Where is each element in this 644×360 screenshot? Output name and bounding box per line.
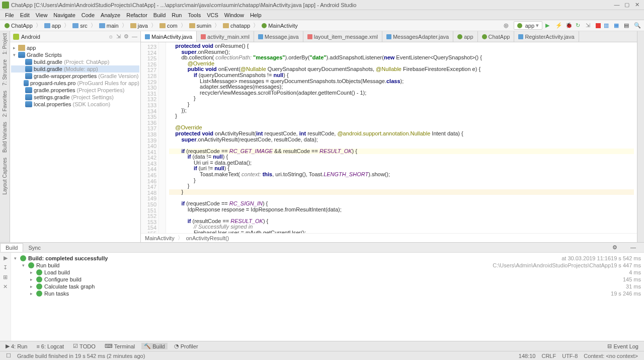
cursor-position[interactable]: 148:10: [516, 353, 539, 359]
tab-messagesadapter-java[interactable]: MessagesAdapter.java: [382, 31, 453, 42]
dock-hide-icon[interactable]: —: [625, 243, 641, 252]
build-filter-icon[interactable]: ↧: [3, 264, 8, 271]
tab-chatapp[interactable]: ChatApp: [478, 31, 515, 42]
code-editor[interactable]: protected void onResume() { super.onResu…: [166, 42, 637, 233]
menu-view[interactable]: View: [33, 12, 51, 18]
structure-button[interactable]: ▤: [624, 22, 631, 29]
menu-navigate[interactable]: Navigate: [50, 12, 78, 18]
project-panel-title[interactable]: Android: [21, 34, 108, 40]
marker-gutter: [159, 42, 166, 233]
tab-message-java[interactable]: Message.java: [254, 31, 303, 42]
dock-tabs: BuildSync ⚙ —: [0, 243, 644, 253]
breadcrumb-main[interactable]: main: [98, 22, 120, 29]
build-expand-icon[interactable]: ⊞: [3, 274, 8, 280]
breadcrumb-com[interactable]: com: [158, 22, 179, 29]
project-settings-icon[interactable]: ☼: [108, 33, 113, 40]
left-tool-2-favorites[interactable]: 2: Favorites: [2, 91, 8, 117]
breadcrumb-java[interactable]: java: [129, 22, 149, 29]
menu-help[interactable]: Help: [247, 12, 265, 18]
project-gear-icon[interactable]: ⚙: [124, 33, 129, 40]
sync-button[interactable]: ↻: [576, 22, 583, 29]
menu-code[interactable]: Code: [78, 12, 98, 18]
tab-mainactivity-java[interactable]: MainActivity.java: [141, 31, 197, 42]
right-tool-strip: [637, 31, 644, 242]
build-close-icon[interactable]: ✕: [3, 283, 8, 290]
tree-item-local-properties[interactable]: local.properties(SDK Location): [11, 101, 139, 108]
search-icon[interactable]: 🔍: [634, 22, 641, 29]
tool-tab-4-run[interactable]: ▶4: Run: [3, 343, 30, 349]
breadcrumb-chatapp[interactable]: ChatApp: [3, 22, 34, 29]
tree-item-build-gradle[interactable]: build.gradle(Project: ChatApp): [11, 58, 139, 65]
menu-window[interactable]: Window: [221, 12, 247, 18]
menu-refactor[interactable]: Refactor: [123, 12, 150, 18]
run-button[interactable]: ▶: [545, 22, 552, 29]
tree-item-gradle-scripts[interactable]: ▾Gradle Scripts: [11, 51, 139, 58]
maximize-button[interactable]: ▢: [624, 2, 630, 8]
menu-run[interactable]: Run: [169, 12, 185, 18]
tree-item-gradle-properties[interactable]: gradle.properties(Project Properties): [11, 87, 139, 94]
left-tool-build-variants[interactable]: Build Variants: [2, 122, 8, 153]
menu-tools[interactable]: Tools: [185, 12, 204, 18]
apply-changes-button[interactable]: ⚡: [555, 22, 562, 29]
context-indicator[interactable]: Context: <no context>: [581, 353, 641, 359]
dock-tab-sync[interactable]: Sync: [23, 244, 45, 252]
tree-item-app[interactable]: ▸app: [11, 44, 139, 51]
close-button[interactable]: ✕: [634, 2, 640, 8]
project-collapse-icon[interactable]: ⇲: [116, 33, 121, 40]
build-row[interactable]: ▸Calculate task graph31 ms: [14, 283, 641, 290]
menu-file[interactable]: File: [2, 12, 17, 18]
minimize-button[interactable]: —: [614, 2, 620, 8]
file-encoding[interactable]: UTF-8: [559, 353, 581, 359]
menu-analyze[interactable]: Analyze: [98, 12, 123, 18]
build-row[interactable]: ▸Run tasks19 s 246 ms: [14, 290, 641, 297]
stop-button[interactable]: [596, 23, 601, 28]
tool-tab-profiler[interactable]: ◔Profiler: [172, 343, 201, 349]
dock-gear-icon[interactable]: ⚙: [607, 243, 622, 252]
event-log-button[interactable]: ⊟ Event Log: [605, 343, 641, 349]
tree-item-gradle-wrapper-properties[interactable]: gradle-wrapper.properties(Gradle Version…: [11, 73, 139, 80]
build-row[interactable]: ▸Configure build145 ms: [14, 276, 641, 283]
build-row[interactable]: ▸Load build4 ms: [14, 269, 641, 276]
menu-bar: FileEditViewNavigateCodeAnalyzeRefactorB…: [0, 10, 644, 20]
editor-crumb[interactable]: MainActivity: [145, 235, 175, 241]
project-hide-icon[interactable]: —: [132, 33, 137, 40]
sdk-button[interactable]: ▦: [614, 22, 621, 29]
menu-edit[interactable]: Edit: [17, 12, 33, 18]
left-tool-1-project[interactable]: 1: Project: [2, 33, 8, 54]
android-icon: [13, 34, 19, 40]
menu-build[interactable]: Build: [150, 12, 169, 18]
left-tool-layout-captures[interactable]: Layout Captures: [2, 158, 8, 194]
tool-tab-todo[interactable]: ☑TODO: [70, 343, 98, 349]
target-icon[interactable]: ◎: [504, 22, 511, 29]
avd-button[interactable]: ▥: [604, 22, 611, 29]
tab-registeractivity-java[interactable]: RegisterActivity.java: [514, 31, 579, 42]
build-header[interactable]: ▾Build: completed successfullyat 30.03.2…: [14, 255, 641, 262]
debug-button[interactable]: 🐞: [566, 22, 573, 29]
breadcrumb-chatapp[interactable]: chatapp: [221, 22, 252, 29]
menu-vcs[interactable]: VCS: [204, 12, 221, 18]
breadcrumb: ChatApp〉app〉src〉main〉java〉com〉sumin〉chat…: [3, 22, 504, 29]
tab-app[interactable]: app: [453, 31, 477, 42]
build-rerun-icon[interactable]: ▶: [4, 255, 8, 261]
line-separator[interactable]: CRLF: [538, 353, 559, 359]
run-config-selector[interactable]: app▾: [514, 21, 542, 30]
editor-tabs: MainActivity.javaactivity_main.xmlMessag…: [141, 31, 637, 42]
tree-item-proguard-rules-pro[interactable]: proguard-rules.pro(ProGuard Rules for ap…: [11, 80, 139, 87]
tree-item-build-gradle[interactable]: build.gradle(Module: app): [11, 65, 139, 73]
tab-layout-item-message-xml[interactable]: layout_item_message.xml: [303, 31, 382, 42]
tool-tab-6-logcat[interactable]: ≡6: Logcat: [34, 343, 66, 349]
attach-button[interactable]: ⇲: [586, 22, 593, 29]
tree-item-settings-gradle[interactable]: settings.gradle(Project Settings): [11, 94, 139, 101]
tool-tab-build[interactable]: 🔨Build: [141, 343, 167, 349]
tool-tab-terminal[interactable]: ⌨Terminal: [102, 343, 138, 349]
left-tool-7-structure[interactable]: 7: Structure: [2, 59, 8, 86]
window-title: ChatApp [C:\Users\Admin\AndroidStudioPro…: [11, 2, 614, 8]
editor-crumb[interactable]: onActivityResult(): [186, 235, 229, 241]
tab-activity-main-xml[interactable]: activity_main.xml: [197, 31, 254, 42]
build-row[interactable]: ▾Run buildC:\Users\Admin\AndroidStudioPr…: [14, 262, 641, 269]
breadcrumb-src[interactable]: src: [71, 22, 89, 29]
breadcrumb-app[interactable]: app: [43, 22, 62, 29]
dock-tab-build[interactable]: Build: [0, 243, 23, 252]
breadcrumb-sumin[interactable]: sumin: [188, 22, 213, 29]
breadcrumb-mainactivity[interactable]: MainActivity: [260, 22, 299, 29]
